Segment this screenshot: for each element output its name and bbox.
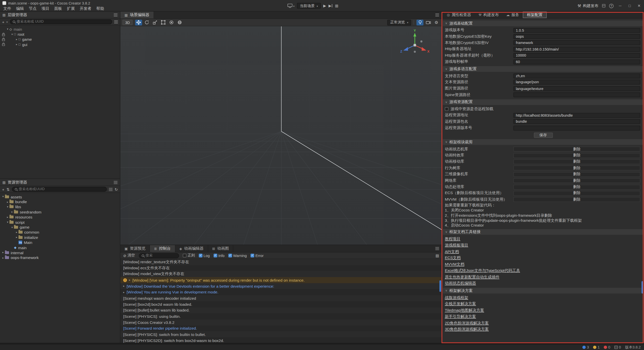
- view-gizmo[interactable]: Y X Z: [399, 28, 430, 59]
- field-input[interactable]: bundle: [513, 119, 640, 124]
- expand-arrow[interactable]: ▸: [1, 251, 5, 254]
- add-asset-button[interactable]: +: [2, 187, 4, 192]
- console-scrollbar[interactable]: [439, 259, 441, 342]
- build-publish-button[interactable]: ⚒ 构建发布: [578, 3, 598, 8]
- scrollbar-thumb[interactable]: [439, 280, 441, 292]
- tab-服务[interactable]: ☁服务: [503, 12, 523, 18]
- expand-arrow[interactable]: ▸: [15, 43, 19, 46]
- info-count[interactable]: 3: [582, 345, 589, 349]
- delete-button[interactable]: 删除: [513, 197, 640, 202]
- filter-icon[interactable]: [114, 20, 118, 23]
- field-input[interactable]: language/texture: [513, 86, 640, 91]
- doc-link[interactable]: Excel格式转Json文件与TypeScript代码工具: [445, 268, 520, 273]
- panel-menu-icon[interactable]: [114, 181, 117, 184]
- tab-scene-editor[interactable]: ▦ 场景编辑器: [120, 12, 154, 19]
- expand-arrow[interactable]: ▾: [6, 221, 10, 224]
- field-input[interactable]: 10000: [513, 53, 640, 58]
- doc-link[interactable]: 动画状态机编辑器: [445, 281, 476, 286]
- expand-arrow[interactable]: ▾: [1, 195, 5, 198]
- mode-3d-button[interactable]: 3D: [123, 20, 133, 25]
- console-search-input[interactable]: 搜索: [139, 253, 179, 258]
- tree-node-game[interactable]: ▾game: [0, 225, 120, 230]
- tab-属性检查器[interactable]: ◎属性检查器: [443, 12, 475, 18]
- remote-load-checkbox[interactable]: [445, 107, 449, 111]
- filter-info[interactable]: Info: [213, 253, 224, 257]
- view-mode-select[interactable]: 正常浏览 ▾: [387, 20, 411, 25]
- tree-node-assets[interactable]: ▾assets: [0, 194, 120, 199]
- doc-link[interactable]: 战旗游戏框架: [445, 295, 468, 300]
- delete-button[interactable]: 删除: [513, 178, 640, 183]
- expand-arrow[interactable]: ▸: [15, 38, 19, 41]
- delete-button[interactable]: 删除: [513, 191, 640, 196]
- field-input[interactable]: language/json: [513, 80, 640, 85]
- field-input[interactable]: [513, 93, 640, 98]
- tree-node-main[interactable]: ▾◇main: [0, 27, 120, 32]
- camera-icon[interactable]: [425, 20, 432, 25]
- expand-arrow[interactable]: ▸: [1, 256, 5, 259]
- panel-menu-icon[interactable]: [435, 247, 439, 250]
- step-button[interactable]: ▶: [329, 4, 332, 8]
- tab-构建发布[interactable]: ⚒构建发布: [475, 12, 502, 18]
- field-input[interactable]: 1.0.5: [513, 28, 640, 33]
- section-header-modules[interactable]: ∨ 框架模块裁剪: [443, 139, 643, 145]
- expand-arrow[interactable]: ▾: [10, 226, 14, 229]
- pivot-tool-button[interactable]: [168, 20, 175, 25]
- menu-item-帮助[interactable]: 帮助: [94, 6, 107, 11]
- expand-arrow[interactable]: ▸: [123, 285, 125, 288]
- tree-node-game[interactable]: ▸□game: [0, 37, 120, 42]
- section-header-docs[interactable]: ∨ 框架文档工具链接: [443, 229, 643, 235]
- menu-item-节点[interactable]: 节点: [26, 6, 39, 11]
- layout-grid-icon[interactable]: ⊞: [335, 4, 338, 8]
- tree-node-oops-framework[interactable]: ▸oops-framework: [0, 255, 120, 260]
- menu-item-项目[interactable]: 项目: [39, 6, 52, 11]
- filter-error[interactable]: Error: [251, 253, 264, 257]
- delete-button[interactable]: 删除: [513, 172, 640, 177]
- filter-icon[interactable]: [109, 188, 113, 191]
- field-input[interactable]: zh,en: [513, 73, 640, 78]
- help-icon[interactable]: ?: [609, 4, 614, 8]
- sort-icon[interactable]: ⇅: [6, 187, 10, 192]
- doc-link[interactable]: 原生包热更新配置自动生成插件: [445, 275, 499, 280]
- play-button[interactable]: ▶: [323, 4, 326, 8]
- move-tool-button[interactable]: [135, 20, 142, 25]
- tree-node-initialize[interactable]: ▸initialize: [0, 235, 120, 240]
- delete-button[interactable]: 删除: [513, 159, 640, 164]
- error-count[interactable]: 0: [604, 345, 610, 349]
- warning-count[interactable]: 1: [593, 345, 599, 349]
- menu-item-文件[interactable]: 文件: [1, 6, 14, 11]
- tree-node-libs[interactable]: ▾libs: [0, 204, 120, 209]
- doc-link[interactable]: 新手引导解决方案: [445, 314, 476, 319]
- expand-arrow[interactable]: ▸: [15, 236, 19, 239]
- expand-arrow[interactable]: ▸: [6, 200, 10, 203]
- menu-item-开发者[interactable]: 开发者: [77, 6, 94, 11]
- scale-tool-button[interactable]: [151, 20, 158, 25]
- doc-link[interactable]: API文档: [445, 249, 459, 254]
- doc-link[interactable]: ECS文档: [445, 255, 461, 261]
- package-count[interactable]: 0: [614, 345, 621, 349]
- tab-动画编辑器[interactable]: ◈动画编辑器: [175, 245, 208, 252]
- menu-item-扩展[interactable]: 扩展: [64, 6, 77, 11]
- delete-button[interactable]: 删除: [513, 153, 640, 158]
- light-toggle-button[interactable]: [417, 20, 424, 25]
- expand-arrow[interactable]: ▾: [10, 33, 14, 36]
- tree-node-internal[interactable]: ▸internal: [0, 250, 120, 255]
- tree-node-Main[interactable]: TSMain: [0, 240, 120, 245]
- tree-node-common[interactable]: ▸common: [0, 230, 120, 235]
- tab-动画图[interactable]: ⊞动画图: [208, 245, 233, 252]
- device-preview-button[interactable]: ▾: [288, 4, 295, 8]
- lock-icon[interactable]: [1, 38, 6, 41]
- tree-node-script[interactable]: ▾script: [0, 220, 120, 225]
- section-header-resource[interactable]: ∨ 游戏资源配置: [443, 99, 643, 105]
- tree-node-gui[interactable]: ▸□gui: [0, 42, 120, 47]
- delete-button[interactable]: 删除: [513, 147, 640, 152]
- maximize-button[interactable]: □: [627, 4, 632, 8]
- minimize-button[interactable]: ─: [617, 4, 623, 8]
- save-button[interactable]: 保存: [534, 133, 553, 138]
- tab-资源预览[interactable]: ▣资源预览: [120, 245, 150, 252]
- field-input[interactable]: http://localhost:8083/assets/bundle: [513, 113, 640, 118]
- delete-button[interactable]: 删除: [513, 185, 640, 190]
- rotate-tool-button[interactable]: [143, 20, 150, 25]
- assets-search-input[interactable]: 搜索名称或UUID: [12, 187, 107, 192]
- doc-link[interactable]: 全栈开发解决方案: [445, 301, 476, 307]
- scene-select[interactable]: 当前场景 ▾: [297, 3, 321, 9]
